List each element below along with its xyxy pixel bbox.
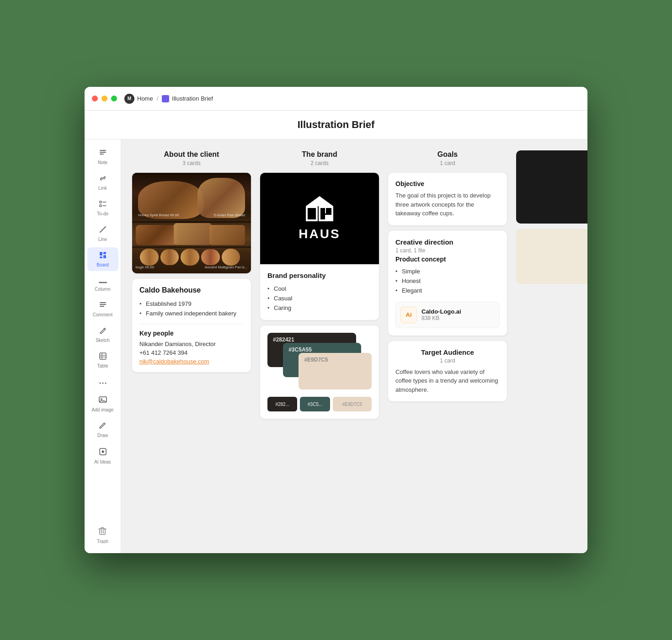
creative-direction-title: Creative direction <box>395 238 500 246</box>
product-concept-list: Simple Honest Elegant <box>395 267 500 295</box>
sidebar-item-ai-ideas-label: AI Ideas <box>94 459 111 464</box>
sidebar-item-draw-label: Draw <box>97 433 108 438</box>
swatch-label-2: #3C5A55 <box>288 347 312 353</box>
product-concept-title: Product concept <box>395 256 500 263</box>
sidebar-item-column[interactable]: Column <box>87 273 118 295</box>
sidebar-item-sketch-label: Sketch <box>96 338 110 343</box>
objective-title: Objective <box>395 180 500 187</box>
svg-rect-1 <box>100 152 106 153</box>
sidebar-item-todo[interactable]: To-do <box>87 196 118 220</box>
svg-rect-4 <box>100 205 101 207</box>
color-chip-1: #282... <box>267 397 297 411</box>
key-people-name: Nikander Damianos, Director <box>139 341 244 347</box>
card-bakery-image: Honey Spelt Bread #6.00 5-Grain Pain Bre… <box>132 173 251 273</box>
svg-rect-11 <box>100 256 102 258</box>
minimize-button[interactable] <box>101 96 107 101</box>
breadcrumb-separator: / <box>157 95 159 102</box>
sidebar-item-ai-ideas[interactable]: AI Ideas <box>87 443 118 468</box>
target-audience-text: Coffee lovers who value variety of coffe… <box>395 368 500 395</box>
fullscreen-button[interactable] <box>111 96 117 101</box>
sidebar-trash-label: Trash <box>97 539 108 544</box>
column-count-goals: 1 card <box>388 160 507 166</box>
close-button[interactable] <box>92 96 98 101</box>
file-info: Caldo-Logo.ai 838 KB <box>421 308 461 321</box>
sidebar-item-note-label: Note <box>98 160 107 165</box>
creative-direction-subtitle: 1 card, 1 file <box>395 247 500 254</box>
key-people-email[interactable]: nik@caldobakehouse.com <box>139 358 244 365</box>
svg-rect-33 <box>326 208 331 213</box>
sidebar-item-link[interactable]: Link <box>87 171 118 194</box>
list-item: Elegant <box>395 286 500 295</box>
svg-rect-8 <box>100 252 102 256</box>
column-header-about-client: About the client 3 cards <box>132 150 251 166</box>
column-goals: Goals 1 card Objective The goal of this … <box>388 150 507 407</box>
brand-personality-list: Cool Casual Caring <box>267 284 372 313</box>
sidebar-item-add-image[interactable]: Add image <box>87 391 118 416</box>
file-attachment[interactable]: Ai Caldo-Logo.ai 838 KB <box>395 302 500 328</box>
sidebar-item-sketch[interactable]: Sketch <box>87 323 118 347</box>
client-name: Caldo Bakehouse <box>139 286 244 294</box>
file-ai-icon: Ai <box>400 307 417 323</box>
list-item: Family owned independent bakery <box>139 309 244 318</box>
sidebar-item-more[interactable] <box>87 374 118 389</box>
breadcrumb-current[interactable]: Illustration Brief <box>162 95 213 102</box>
list-item: Caring <box>267 303 372 313</box>
column-count-brand: 2 cards <box>260 160 379 166</box>
sidebar-item-line-label: Line <box>98 237 107 242</box>
card-creative-direction: Creative direction 1 card, 1 file Produc… <box>388 231 507 336</box>
todo-icon <box>99 200 107 209</box>
column-count-about-client: 3 cards <box>132 160 251 166</box>
more-icon <box>99 378 107 386</box>
card-colors-body: #282421 #3C5A55 #E9D7C5 <box>260 325 379 419</box>
column-title-about-client: About the client <box>132 150 251 159</box>
sidebar-item-table[interactable]: Table <box>87 348 118 372</box>
sidebar-item-draw[interactable]: Draw <box>87 418 118 442</box>
haus-brand-name: HAUS <box>299 227 340 241</box>
target-audience-title: Target Audience <box>395 348 500 356</box>
svg-rect-34 <box>326 214 331 219</box>
column-title-brand: The brand <box>260 150 379 159</box>
sidebar-item-comment[interactable]: Comment <box>87 297 118 321</box>
column-partial <box>516 150 587 284</box>
trash-icon <box>98 526 107 537</box>
client-bullets: Established 1979 Family owned independen… <box>139 299 244 318</box>
breadcrumb: M Home / Illustration Brief <box>124 94 213 104</box>
svg-rect-2 <box>100 154 104 155</box>
brand-personality-body: Brand personality Cool Casual Caring <box>260 264 379 320</box>
svg-point-22 <box>105 383 106 384</box>
column-header-goals: Goals 1 card <box>388 150 507 166</box>
breadcrumb-home[interactable]: M Home <box>124 94 153 104</box>
target-audience-count: 1 card <box>395 357 500 364</box>
breadcrumb-page-title: Illustration Brief <box>172 95 213 102</box>
sidebar-item-line[interactable]: Line <box>87 222 118 245</box>
sidebar-item-note[interactable]: Note <box>87 145 118 169</box>
sidebar-item-trash[interactable]: Trash <box>92 523 113 548</box>
list-item: Cool <box>267 284 372 293</box>
sidebar-item-board[interactable]: Board <box>87 247 118 271</box>
card-goals: Objective The goal of this project is to… <box>388 173 507 225</box>
brand-personality-title: Brand personality <box>267 272 372 279</box>
file-name: Caldo-Logo.ai <box>421 308 461 315</box>
titlebar: M Home / Illustration Brief <box>85 87 587 111</box>
content-area: About the client 3 cards <box>121 139 587 553</box>
svg-rect-10 <box>103 255 106 258</box>
board-icon <box>99 251 107 261</box>
svg-rect-35 <box>320 213 331 215</box>
target-audience-body: Target Audience 1 card Coffee lovers who… <box>388 341 507 402</box>
bakery-photo: Honey Spelt Bread #6.00 5-Grain Pain Bre… <box>132 173 251 273</box>
list-item: Honest <box>395 276 500 286</box>
card-haus: HAUS Brand personality Cool Casual Carin… <box>260 173 379 320</box>
column-icon <box>99 277 107 285</box>
sidebar-item-add-image-label: Add image <box>92 407 114 412</box>
card-colors: #282421 #3C5A55 #E9D7C5 <box>260 325 379 419</box>
mac-window: M Home / Illustration Brief Illustration… <box>85 87 587 553</box>
color-chip-2: #3C5... <box>300 397 330 411</box>
svg-marker-30 <box>306 196 333 206</box>
traffic-lights <box>92 96 117 101</box>
column-about-client: About the client 3 cards <box>132 150 251 378</box>
sidebar-item-comment-label: Comment <box>93 312 112 317</box>
objective-text: The goal of this project is to develop t… <box>395 191 500 218</box>
home-label[interactable]: Home <box>137 95 153 102</box>
card-divider <box>139 324 244 324</box>
cream-partial-image <box>516 229 587 284</box>
